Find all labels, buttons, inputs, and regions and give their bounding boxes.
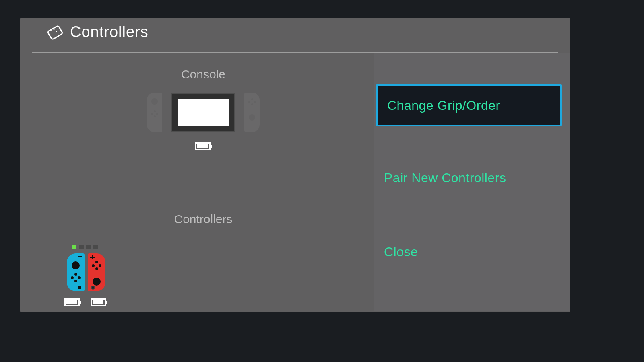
section-divider <box>36 202 370 202</box>
player-1 <box>64 245 137 306</box>
console-battery-icon <box>195 142 211 150</box>
joycon-right-battery-icon <box>91 298 106 306</box>
status-area: Console Controllers <box>32 53 374 311</box>
menu: Change Grip/Order Pair New Controllers C… <box>374 53 570 311</box>
joycon-left-battery-icon <box>64 298 80 306</box>
player-led-row <box>72 245 137 249</box>
joycon-slot-right-icon <box>244 93 260 132</box>
header: Controllers <box>45 23 149 41</box>
menu-change-grip-order[interactable]: Change Grip/Order <box>376 84 562 126</box>
joycon-slot-left-icon <box>147 93 162 132</box>
joycon-pair-icon <box>67 253 137 291</box>
page-title: Controllers <box>70 23 149 41</box>
menu-item-label: Close <box>384 245 418 259</box>
controller-icon <box>45 27 63 38</box>
console-label: Console <box>32 68 374 81</box>
joycon-right-icon <box>88 253 105 291</box>
console-section: Console <box>32 68 374 150</box>
player-led-1-icon <box>72 245 76 249</box>
console-body-icon <box>171 93 235 132</box>
header-divider <box>32 52 558 53</box>
controllers-panel: Controllers Console <box>20 18 570 312</box>
player-led-2-icon <box>79 245 84 249</box>
player-led-4-icon <box>93 245 98 249</box>
controllers-label: Controllers <box>32 212 374 226</box>
menu-pair-new-controllers[interactable]: Pair New Controllers <box>374 157 570 199</box>
player-led-3-icon <box>86 245 91 249</box>
controllers-section: Controllers <box>32 212 374 226</box>
joycon-left-icon <box>67 253 85 291</box>
joycon-battery-row <box>64 298 137 306</box>
menu-close[interactable]: Close <box>374 231 570 273</box>
menu-item-label: Pair New Controllers <box>384 171 506 185</box>
menu-item-label: Change Grip/Order <box>387 98 500 113</box>
console-graphic <box>147 93 260 132</box>
